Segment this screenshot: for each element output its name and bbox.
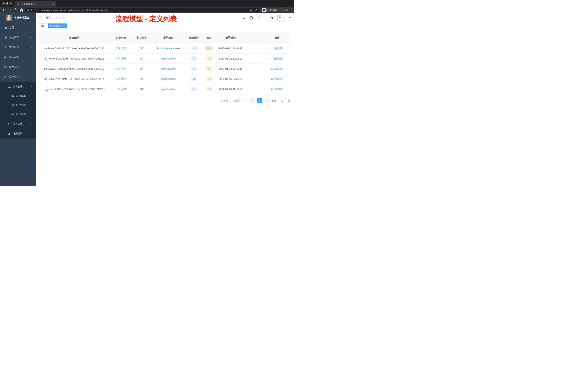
sidebar-item-基础设施[interactable]: 基础设施	[0, 52, 36, 62]
tag-首页[interactable]: 首页	[39, 23, 47, 28]
browser-update-button[interactable]: 更新	[282, 8, 292, 12]
table-row: oa_leave:5:004b710b-7b8a-11ec-8ef0-acde4…	[39, 43, 290, 54]
sidebar-item-研发工具[interactable]: 研发工具	[0, 62, 36, 72]
cell-status: 激活	[202, 43, 216, 53]
form-link[interactable]: /bpm/oa/flow	[161, 57, 176, 60]
form-link[interactable]: /bpm/oa/leave/create	[157, 47, 180, 50]
definition-name-link[interactable]: OA 请假	[116, 57, 126, 60]
form-link[interactable]: /bpm/oa/flow	[161, 77, 176, 80]
cell-definition-id: oa_leave:1:482ec033-762a-11ec-8477-a2380…	[39, 84, 109, 94]
status-badge: 挂起	[205, 66, 212, 71]
sidebar-item-任务管理[interactable]: 任务管理	[0, 119, 36, 129]
page-number-button[interactable]: 1	[257, 98, 262, 103]
search-icon[interactable]	[242, 16, 246, 20]
assign-rule-button[interactable]: 分配规则	[271, 67, 284, 70]
definition-name-link[interactable]: OA 请假	[116, 77, 126, 81]
tag-流程定义[interactable]: 流程定义✕	[48, 23, 67, 28]
sidebar-item-首页[interactable]: 首页	[0, 23, 36, 33]
cell-deploy-time: 2022-01-22 20:34:10	[216, 54, 245, 64]
tag-close-icon[interactable]: ✕	[63, 25, 65, 27]
next-page-button[interactable]	[264, 98, 270, 103]
cell-definition-name[interactable]: OA 请假	[109, 84, 133, 94]
assign-rule-button[interactable]: 分配规则	[271, 57, 284, 60]
column-header: 定义分类	[133, 33, 150, 43]
address-bar[interactable]: 不安全 dashboard.yudao.iocoder.cn /bpm/mana…	[25, 8, 260, 12]
sidebar-item-label: 工作流程	[9, 75, 19, 78]
cell-actions[interactable]: 分配规则	[264, 64, 290, 74]
window-controls[interactable]	[2, 2, 12, 5]
column-header: 操作	[264, 33, 290, 43]
sidebar-item-支付管理[interactable]: ¥支付管理	[0, 42, 36, 52]
assign-rule-button[interactable]: 分配规则	[271, 47, 284, 50]
font-size-icon[interactable]: TT	[270, 16, 274, 20]
question-icon[interactable]: ?	[256, 16, 260, 20]
new-tab-button[interactable]: +	[59, 2, 63, 6]
avatar-dropdown-caret-icon[interactable]	[289, 17, 291, 18]
home-icon[interactable]	[19, 8, 24, 12]
avatar[interactable]	[277, 14, 285, 22]
back-icon[interactable]	[2, 8, 7, 12]
cell-form-info[interactable]: /bpm/oa/flow	[150, 84, 187, 94]
refresh-icon[interactable]	[13, 8, 18, 12]
cell-definition-name[interactable]: OA 请假	[109, 54, 133, 64]
sidebar-collapse-icon[interactable]	[39, 16, 42, 20]
form-link[interactable]: /bpm/oa/flow	[161, 88, 176, 91]
prev-page-button[interactable]	[250, 98, 255, 103]
goto-page-input[interactable]	[278, 98, 286, 103]
cell-form-info[interactable]: /bpm/oa/flow	[150, 54, 187, 64]
chevron-down-icon	[30, 123, 32, 125]
tab-close-icon[interactable]: ✕	[52, 2, 55, 6]
sidebar-item-系统管理[interactable]: 系统管理	[0, 33, 36, 42]
browser-tab[interactable]: 芋道管理系统 ✕	[15, 1, 56, 7]
cell-form-info[interactable]: /bpm/oa/flow	[150, 64, 187, 74]
logo-avatar	[6, 15, 12, 21]
definition-name-link[interactable]: OA 请假	[116, 88, 126, 91]
assign-rule-label: 分配规则	[274, 57, 284, 60]
cell-version: v2	[187, 74, 202, 84]
github-icon[interactable]	[250, 16, 253, 20]
close-window-button[interactable]	[2, 2, 5, 5]
browser-menu-icon[interactable]	[290, 9, 291, 11]
cell-definition-name[interactable]: OA 请假	[109, 43, 133, 53]
cell-actions[interactable]: 分配规则	[264, 43, 290, 53]
form-link[interactable]: /bpm/oa/flow	[161, 67, 176, 70]
bookmark-star-icon[interactable]	[255, 9, 258, 12]
cell-actions[interactable]: 分配规则	[264, 84, 290, 94]
sidebar-item-流程模型[interactable]: 流程模型	[0, 110, 36, 119]
cell-definition-name[interactable]: OA 请假	[109, 64, 133, 74]
cell-definition-id: oa_leave:2:3c1f0ef1-76b1-11ec-9c66-a2380…	[39, 74, 109, 84]
definition-table: 定义编号定义名称定义分类表单信息流程版本状态部署时间操作oa_leave:5:0…	[39, 33, 290, 94]
page-size-select[interactable]: 10条/页	[230, 98, 248, 103]
definition-name-link[interactable]: OA 请假	[116, 67, 126, 70]
sidebar-item-流程表单[interactable]: 流程表单	[0, 92, 36, 101]
forward-icon[interactable]	[8, 8, 12, 12]
user-icon	[8, 132, 11, 135]
sidebar-item-流程管理[interactable]: 流程管理	[0, 82, 36, 92]
cell-form-info[interactable]: /bpm/oa/leave/create	[150, 43, 187, 53]
cell-definition-name[interactable]: OA 请假	[109, 74, 133, 84]
password-key-icon[interactable]	[250, 9, 252, 12]
zoom-window-button[interactable]	[10, 2, 12, 5]
sidebar-item-label: 系统管理	[9, 36, 19, 39]
version-badge: v5	[191, 46, 198, 50]
breadcrumb-separator: /	[52, 16, 53, 19]
breadcrumb-item[interactable]: 首页	[46, 16, 51, 20]
toolbox-icon	[4, 75, 7, 78]
sidebar-item-工作流程[interactable]: 工作流程	[0, 72, 36, 82]
sidebar-item-label: 请假查询	[13, 132, 22, 135]
sidebar-item-请假查询[interactable]: 请假查询	[0, 129, 36, 139]
cell-actions[interactable]: 分配规则	[264, 54, 290, 64]
security-label[interactable]: 不安全	[31, 9, 37, 12]
minimize-window-button[interactable]	[6, 2, 8, 5]
yen-icon: ¥	[4, 46, 7, 49]
security-warning-icon[interactable]	[27, 9, 30, 11]
cell-form-info[interactable]: /bpm/oa/flow	[150, 74, 187, 84]
fullscreen-icon[interactable]	[263, 16, 267, 20]
status-badge: 激活	[205, 46, 212, 50]
assign-rule-button[interactable]: 分配规则	[271, 77, 284, 81]
assign-rule-button[interactable]: 分配规则	[271, 88, 284, 91]
definition-name-link[interactable]: OA 请假	[116, 47, 126, 50]
sidebar-logo[interactable]: 芋道管理系统	[0, 13, 36, 23]
sidebar-item-用户分组[interactable]: 用户分组	[0, 101, 36, 110]
cell-actions[interactable]: 分配规则	[264, 74, 290, 84]
